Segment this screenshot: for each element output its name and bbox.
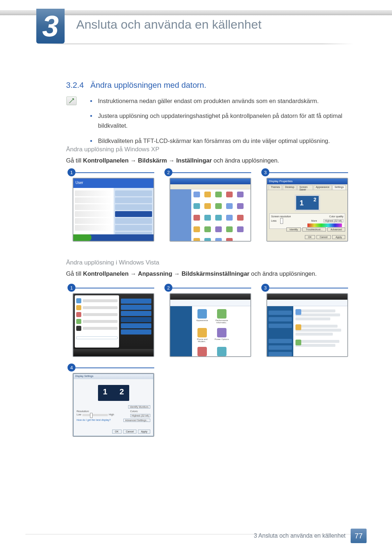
monitor-preview: 12 xyxy=(295,194,320,211)
footer-label: 3 Ansluta och använda en källenhet xyxy=(254,533,346,539)
xp-screenshot-row: 1 User 2 3 D xyxy=(73,171,348,242)
vista-screenshot-row-2: 4 Display Settings 12 Identify Monitors … xyxy=(73,366,154,437)
section-title: Ändra upplösningen med datorn. xyxy=(90,81,206,90)
window-title: Display Properties xyxy=(267,178,347,184)
vista-instruction: Gå till Kontrollpanelen → Anpassning → B… xyxy=(66,269,352,278)
step-badge: 2 xyxy=(164,284,172,292)
xp-shot-1: 1 User xyxy=(73,171,154,242)
xp-subheading: Ändra upplösning på Windows XP xyxy=(66,146,159,153)
bullet-item: Bildkvaliteten på TFT-LCD-skärmar kan fö… xyxy=(90,136,352,146)
step-badge: 3 xyxy=(261,168,269,176)
bullet-item: Instruktionerna nedan gäller endast om p… xyxy=(90,96,352,106)
vista-screenshot-row-1: 1 2 xyxy=(73,287,348,357)
start-button xyxy=(73,234,91,241)
resolution-slider xyxy=(82,414,108,416)
vista-personalization-frame xyxy=(266,293,348,357)
step-badge: 1 xyxy=(68,168,75,176)
vista-displaysettings-frame: Display Settings 12 Identify Monitors Re… xyxy=(73,373,154,437)
vista-shot-3: 3 xyxy=(266,287,348,357)
step-line xyxy=(269,172,348,173)
section-header: 3.2.4 Ändra upplösningen med datorn. xyxy=(66,81,206,90)
note-icon xyxy=(66,97,77,105)
step-badge: 4 xyxy=(68,364,75,372)
vista-subheading: Ändra upplösning i Windows Vista xyxy=(66,259,159,266)
xp-shot-3: 3 Display Properties Themes Desktop Scre… xyxy=(266,171,348,242)
vista-shot-4: 4 Display Settings 12 Identify Monitors … xyxy=(73,366,154,437)
window-title: Display Settings xyxy=(74,374,153,379)
step-badge: 2 xyxy=(164,168,172,176)
xp-instruction: Gå till Kontrollpanelen → Bildskärm → In… xyxy=(66,156,352,165)
chapter-number-badge: 3 xyxy=(36,9,65,44)
color-bar xyxy=(307,223,342,227)
xp-startmenu-frame: User xyxy=(73,178,154,242)
start-user: User xyxy=(73,178,154,188)
chapter-title: Ansluta och använda en källenhet xyxy=(76,17,261,32)
title-underline xyxy=(36,44,354,44)
xp-shot-2: 2 xyxy=(170,171,251,242)
step-line xyxy=(75,172,154,173)
step-badge: 3 xyxy=(261,284,269,292)
page-footer: 3 Ansluta och använda en källenhet 77 xyxy=(254,529,367,543)
xp-displayprops-frame: Display Properties Themes Desktop Screen… xyxy=(266,178,348,242)
monitor-preview: 12 xyxy=(98,385,129,401)
chapter-number: 3 xyxy=(42,11,59,41)
step-line xyxy=(172,172,251,173)
vista-startmenu-frame xyxy=(73,293,154,357)
page-number: 77 xyxy=(351,529,367,543)
bullet-item: Justera upplösning och uppdateringshasti… xyxy=(90,111,352,131)
step-badge: 1 xyxy=(68,284,75,292)
vista-shot-2: 2 Appearance Performance Informatio.. Ph… xyxy=(170,287,251,357)
bullet-list: Instruktionerna nedan gäller endast om p… xyxy=(90,96,352,151)
xp-controlpanel-frame xyxy=(170,178,251,242)
vista-shot-1: 1 xyxy=(73,287,154,357)
section-number: 3.2.4 xyxy=(66,81,84,90)
vista-controlpanel-frame: Appearance Performance Informatio.. Phon… xyxy=(170,293,251,357)
